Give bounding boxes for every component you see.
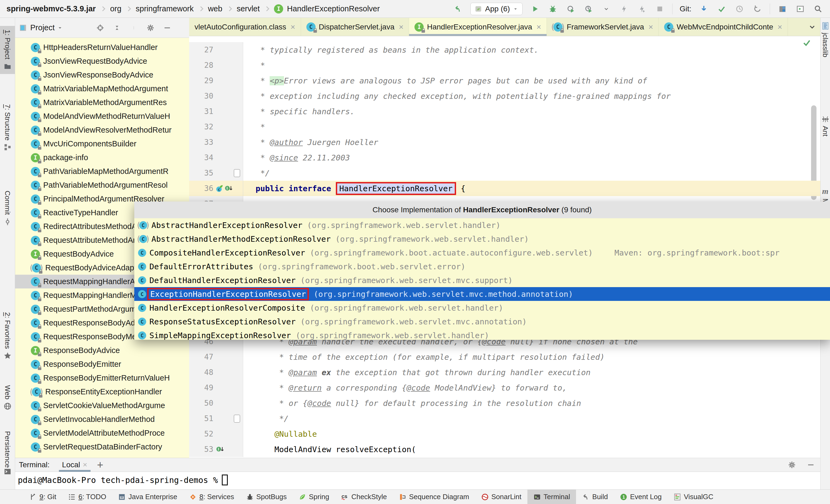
search-button[interactable] [813,3,824,14]
close-icon[interactable]: × [648,23,653,32]
stripe-item----favorites[interactable]: 2: Favorites [0,312,15,360]
editor-line[interactable]: 51 */ [189,411,820,426]
close-icon[interactable]: × [537,23,541,32]
editor-tab[interactable]: CDispatcherServlet.java× [301,18,409,36]
editor-line[interactable]: 33 * @author Juergen Hoeller [189,135,820,150]
terminal-tab-local[interactable]: Local × [61,458,89,472]
tree-item[interactable]: CHttpHeadersReturnValueHandler [15,40,189,54]
tree-item[interactable]: CPathVariableMapMethodArgumentR [15,165,189,178]
chevron-down-icon[interactable] [57,25,63,31]
close-icon[interactable]: × [399,23,404,32]
statusbar-item-event-log[interactable]: 1Event Log [614,490,668,504]
editor-line[interactable]: 27 * typically registered as beans in th… [189,42,820,58]
popup-implementation-item[interactable]: CDefaultErrorAttributes (org.springframe… [134,260,830,273]
popup-implementation-item[interactable]: CCompositeHandlerExceptionResolver (org.… [134,246,830,260]
project-panel-title[interactable]: Project [30,23,55,32]
statusbar-item-visualgc[interactable]: VisualGC [668,490,719,504]
close-icon[interactable]: × [777,23,783,32]
editor-line[interactable]: 29 * <p>Error views are analogous to JSP… [189,73,820,88]
editor-line[interactable]: 49 * @return a corresponding {@code Mode… [189,380,820,395]
statusbar-item-spotbugs[interactable]: SpotBugs [240,490,293,504]
terminal-settings-gear-icon[interactable] [788,461,796,469]
close-icon[interactable]: × [290,23,295,32]
breadcrumb-item[interactable]: web [208,4,222,13]
statusbar-item-terminal[interactable]: Terminal [528,490,576,504]
popup-implementation-item[interactable]: CHandlerExceptionResolverComposite (org.… [134,301,830,315]
run-config-select[interactable]: App (6) [470,3,523,15]
bug-button[interactable] [547,3,558,14]
editor-line[interactable]: 28 * [189,58,820,73]
editor-line[interactable]: 32 * [189,119,820,135]
editor-line[interactable]: 47 * time of the exception (for example,… [189,349,820,365]
statusbar-item-checkstyle[interactable]: CSCheckStyle [335,490,393,504]
editor-tab[interactable]: vletAutoConfiguration.class× [189,18,301,36]
tree-item[interactable]: CServletModelAttributeMethodProce [15,426,189,440]
tree-item[interactable]: Ipackage-info [15,151,189,165]
tree-item[interactable]: CJsonViewResponseBodyAdvice [15,68,189,82]
tree-item[interactable]: CServletRequestDataBinderFactory [15,440,189,454]
console-button[interactable] [795,3,806,14]
terminal-output[interactable]: pdai@MacBook-Pro tech-pdai-spring-demos … [15,472,820,485]
statusbar-item----git[interactable]: 9: Git [23,490,62,504]
terminal-hide-icon[interactable] [807,461,815,469]
statusbar-item-sequence-diagram[interactable]: Sequence Diagram [393,490,475,504]
tree-item[interactable]: CJsonViewRequestBodyAdvice [15,54,189,68]
statusbar-item-build[interactable]: Build [576,490,614,504]
gitupdate-button[interactable] [698,3,709,14]
statusbar-item----services[interactable]: 8: Services [183,490,240,504]
breadcrumb-item[interactable]: spring-webmvc-5.3.9.jar [6,4,96,13]
tree-item[interactable]: CMatrixVariableMapMethodArgument [15,82,189,96]
popup-implementation-item[interactable]: CResponseStatusExceptionResolver (org.sp… [134,315,830,329]
statusbar-item-sonarlint[interactable]: SonarLint [475,490,528,504]
clock-button[interactable] [734,3,745,14]
stripe-item----structure[interactable]: 7: Structure [0,104,15,151]
tree-item[interactable]: CPathVariableMethodArgumentResol [15,178,189,192]
tree-item[interactable]: CMatrixVariableMethodArgumentRes [15,96,189,109]
tree-item[interactable]: CModelAndViewMethodReturnValueH [15,109,189,123]
fold-marker-icon[interactable] [234,414,240,423]
coverage-button[interactable] [565,3,576,14]
popup-implementation-item[interactable]: (C)AbstractHandlerExceptionResolver (org… [134,218,830,232]
stripe-item----project[interactable]: 1: Project [0,26,15,74]
editor-tab[interactable]: CWebMvcEndpointChildConte× [659,18,788,36]
close-icon[interactable]: × [83,461,87,469]
editor-line[interactable]: 50 * or {@code null} for default process… [189,395,820,411]
editor-line[interactable]: 35 */ [189,165,820,181]
check-button[interactable] [716,3,727,14]
tree-item[interactable]: CModelAndViewResolverMethodRetur [15,123,189,137]
popup-implementation-item[interactable]: (C)AbstractHandlerMethodExceptionResolve… [134,232,830,246]
back-button[interactable] [452,3,464,14]
breadcrumb-item[interactable]: servlet [237,4,260,13]
stripe-item-jclasslib[interactable]: jclasslib [821,22,830,57]
breadcrumb-item[interactable]: org [110,4,121,13]
breadcrumb-item[interactable]: springframework [136,4,193,13]
play-button[interactable] [530,3,540,14]
chevsm-button[interactable] [601,3,612,14]
statusbar-item-spring[interactable]: Spring [293,490,335,504]
fold-marker-icon[interactable] [234,169,240,177]
tree-item[interactable]: CResponseBodyEmitterReturnValueH [15,371,189,385]
tree-item[interactable]: CMvcUriComponentsBuilder [15,137,189,151]
impldown-icon[interactable]: I [216,445,224,453]
editor-line[interactable]: 31 * specific handlers. [189,104,820,119]
statusbar-item-java-enterprise[interactable]: Java Enterprise [112,490,183,504]
undo-button[interactable] [752,3,763,14]
editor-line[interactable]: 48 * @param ex the exception that got th… [189,365,820,380]
stop-button[interactable] [655,3,665,14]
new-terminal-tab-button[interactable]: + [97,459,103,471]
hide-panel-button[interactable] [162,23,173,33]
editor-line[interactable]: 53I ModelAndView resolveException( [189,442,820,457]
tree-item[interactable]: (C)ResponseEntityExceptionHandler [15,385,189,399]
boltplus-button[interactable] [637,3,647,14]
stripe-item-web[interactable]: Web [0,385,15,410]
editor-tab[interactable]: IHandlerExceptionResolver.java× [409,18,547,36]
bolt-button[interactable] [619,3,630,14]
tree-item[interactable]: CServletInvocableHandlerMethod [15,412,189,426]
locate-file-button[interactable] [95,23,106,33]
stripe-item-persistence[interactable]: Persistence [0,431,15,468]
breadcrumb-item[interactable]: HandlerExceptionResolver [287,4,380,13]
editor-line[interactable]: 36cIpublic interface HandlerExceptionRes… [189,181,820,196]
toolwin-button[interactable] [777,3,788,14]
stripe-item-ant[interactable]: Ant [821,115,830,136]
editor-line[interactable]: 52 @Nullable [189,426,820,442]
